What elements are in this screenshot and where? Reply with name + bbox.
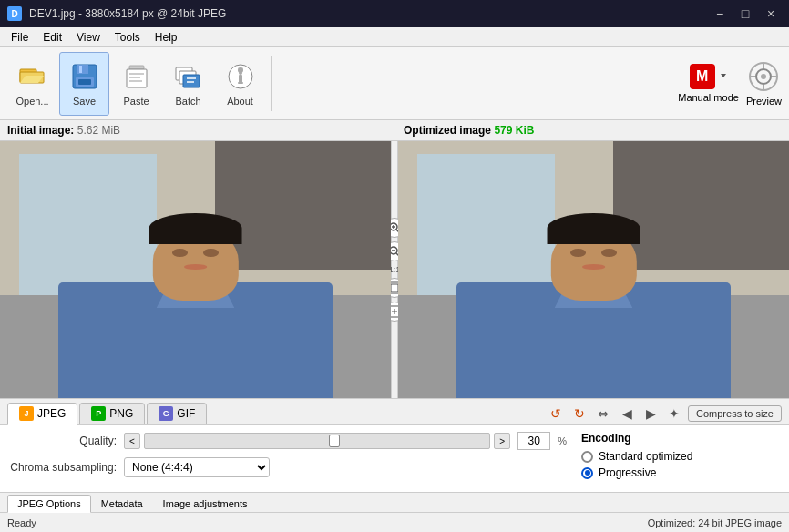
initial-image-size: 5.62 MiB bbox=[77, 124, 120, 137]
quality-slider-track[interactable] bbox=[144, 433, 490, 449]
toolbar-separator bbox=[271, 56, 272, 111]
tab-jpeg-label: JPEG bbox=[37, 407, 66, 420]
radio-selected-indicator bbox=[585, 470, 590, 476]
menu-help[interactable]: Help bbox=[148, 29, 185, 46]
about-icon bbox=[224, 60, 257, 93]
percent-label: % bbox=[558, 435, 567, 446]
bottom-panel: J JPEG P PNG G GIF ↺ ↻ ⇔ ◀ ▶ bbox=[0, 398, 789, 512]
redo-button[interactable]: ↻ bbox=[569, 404, 589, 424]
batch-icon bbox=[172, 60, 205, 93]
title-bar: D DEV1.jpg - 3880x5184 px @ 24bit JPEG −… bbox=[0, 0, 789, 27]
star-icon: ✦ bbox=[669, 406, 680, 421]
compare-button[interactable]: ⇔ bbox=[593, 404, 613, 424]
menu-tools[interactable]: Tools bbox=[108, 29, 148, 46]
svg-rect-4 bbox=[77, 65, 88, 74]
prev-icon: ◀ bbox=[622, 406, 632, 421]
open-button[interactable]: Open... bbox=[7, 52, 57, 116]
quality-slider-thumb[interactable] bbox=[329, 435, 340, 447]
save-button[interactable]: Save bbox=[59, 52, 109, 116]
next-icon: ▶ bbox=[646, 406, 656, 421]
open-icon bbox=[16, 60, 49, 93]
svg-point-27 bbox=[761, 74, 766, 79]
preview-button[interactable]: Preview bbox=[746, 60, 782, 107]
options-area: Quality: < > 30 % Chroma subsampling: No… bbox=[0, 425, 789, 492]
save-icon bbox=[68, 60, 101, 93]
svg-rect-7 bbox=[78, 79, 91, 85]
chroma-label: Chroma subsampling: bbox=[7, 461, 117, 474]
batch-button[interactable]: Batch bbox=[163, 52, 213, 116]
tab-jpeg-options[interactable]: JPEG Options bbox=[7, 495, 91, 513]
encoding-standard-radio[interactable] bbox=[581, 451, 593, 463]
about-label: About bbox=[227, 96, 253, 107]
menu-edit[interactable]: Edit bbox=[36, 29, 69, 46]
minimize-button[interactable]: − bbox=[709, 5, 731, 23]
svg-rect-15 bbox=[183, 75, 200, 87]
encoding-standard-option[interactable]: Standard optimized bbox=[581, 450, 782, 463]
compress-to-size-button[interactable]: Compress to size bbox=[688, 405, 782, 422]
svg-marker-24 bbox=[721, 74, 726, 77]
bottom-tabs: JPEG Options Metadata Image adjustments bbox=[0, 492, 789, 512]
undo-icon: ↺ bbox=[550, 406, 561, 421]
encoding-progressive-option[interactable]: Progressive bbox=[581, 466, 782, 479]
tab-gif-label: GIF bbox=[177, 407, 195, 420]
tab-gif[interactable]: G GIF bbox=[147, 403, 207, 424]
compare-icon: ⇔ bbox=[598, 406, 609, 421]
preview-icon bbox=[747, 60, 780, 93]
menu-bar: File Edit View Tools Help bbox=[0, 27, 789, 47]
next-button[interactable]: ▶ bbox=[640, 404, 661, 424]
svg-rect-8 bbox=[129, 66, 144, 69]
prev-button[interactable]: ◀ bbox=[617, 404, 637, 424]
encoding-progressive-label: Progressive bbox=[599, 466, 656, 479]
window-controls: − □ × bbox=[709, 5, 782, 23]
paste-icon bbox=[120, 60, 153, 93]
encoding-title: Encoding bbox=[581, 432, 782, 445]
chroma-select[interactable]: None (4:4:4) 4:2:2 4:2:0 4:1:1 bbox=[124, 457, 270, 477]
quality-slider: < > bbox=[124, 433, 510, 449]
quality-increase-button[interactable]: > bbox=[494, 433, 510, 449]
status-bar: Ready Optimized: 24 bit JPEG image bbox=[0, 512, 789, 532]
panel-divider: 1:1 bbox=[391, 141, 398, 398]
svg-rect-11 bbox=[129, 77, 140, 78]
tab-metadata[interactable]: Metadata bbox=[91, 495, 153, 512]
jpeg-icon: J bbox=[19, 406, 34, 421]
preview-label: Preview bbox=[746, 96, 782, 107]
status-right: Optimized: 24 bit JPEG image bbox=[648, 517, 782, 528]
optimized-image-header: Optimized image 579 KiB bbox=[385, 124, 782, 137]
optimized-image-label: Optimized image bbox=[404, 124, 491, 137]
quality-label: Quality: bbox=[7, 435, 117, 447]
maximize-button[interactable]: □ bbox=[734, 5, 756, 23]
menu-view[interactable]: View bbox=[69, 29, 108, 46]
about-button[interactable]: About bbox=[215, 52, 265, 116]
manual-mode-label: Manual mode bbox=[678, 92, 739, 103]
dropdown-icon bbox=[719, 69, 728, 84]
save-label: Save bbox=[73, 96, 96, 107]
tab-png[interactable]: P PNG bbox=[79, 403, 145, 424]
optimized-image-panel bbox=[398, 141, 789, 398]
app-icon: D bbox=[7, 6, 22, 21]
paste-button[interactable]: Paste bbox=[111, 52, 161, 116]
svg-rect-10 bbox=[129, 73, 144, 75]
initial-image-label: Initial image: bbox=[7, 124, 74, 137]
encoding-progressive-radio[interactable] bbox=[581, 467, 593, 479]
tab-actions: ↺ ↻ ⇔ ◀ ▶ ✦ Compress to size bbox=[546, 404, 782, 424]
star-button[interactable]: ✦ bbox=[664, 404, 684, 424]
svg-rect-5 bbox=[79, 66, 82, 73]
paste-label: Paste bbox=[123, 96, 149, 107]
quality-value[interactable]: 30 bbox=[517, 432, 550, 450]
window-title: DEV1.jpg - 3880x5184 px @ 24bit JPEG bbox=[29, 7, 226, 20]
tab-image-adjustments[interactable]: Image adjustments bbox=[153, 495, 258, 512]
gif-icon: G bbox=[159, 406, 173, 421]
quality-row: Quality: < > 30 % bbox=[7, 432, 567, 450]
optimized-image-size: 579 KiB bbox=[494, 124, 534, 137]
quality-decrease-button[interactable]: < bbox=[124, 433, 140, 449]
title-bar-left: D DEV1.jpg - 3880x5184 px @ 24bit JPEG bbox=[7, 6, 226, 21]
svg-point-21 bbox=[239, 71, 242, 75]
batch-label: Batch bbox=[175, 96, 200, 107]
undo-button[interactable]: ↺ bbox=[546, 404, 566, 424]
menu-file[interactable]: File bbox=[4, 29, 36, 46]
encoding-options: Encoding Standard optimized Progressive bbox=[581, 432, 782, 485]
toolbar-right: M Manual mode Preview bbox=[678, 60, 782, 107]
png-icon: P bbox=[91, 406, 106, 421]
tab-jpeg[interactable]: J JPEG bbox=[7, 403, 77, 425]
close-button[interactable]: × bbox=[760, 5, 782, 23]
